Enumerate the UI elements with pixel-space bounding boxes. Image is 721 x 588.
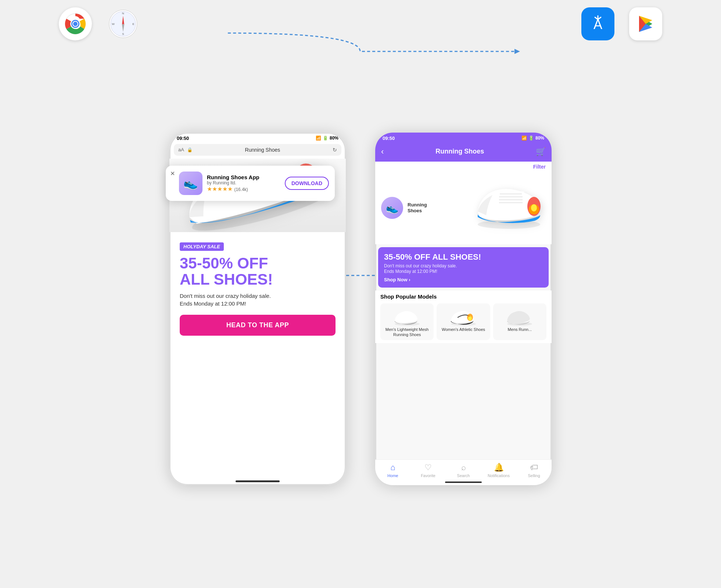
sale-banner-description: Don't miss out our crazy holiday sale.En… bbox=[384, 263, 543, 275]
hero-section: 👟 RunningShoes bbox=[375, 172, 552, 244]
right-status-bar: 09:50 📶 🔋 80% bbox=[375, 133, 552, 144]
search-icon: ⌕ bbox=[461, 463, 466, 472]
left-phone: 09:50 📶 🔋 80% aA 🔒 Running Shoes ↻ bbox=[169, 133, 346, 485]
app-name: Running Shoes App bbox=[207, 174, 280, 180]
page-title: Running Shoes bbox=[435, 148, 484, 155]
sale-title: 35-50% OFF ALL SHOES! bbox=[180, 255, 336, 288]
svg-point-3 bbox=[73, 22, 78, 26]
app-thumbnail: 👟 bbox=[179, 172, 202, 195]
filter-row: Filter bbox=[375, 162, 552, 172]
nav-notifications[interactable]: 🔔 Notifications bbox=[481, 463, 516, 478]
model-card-1[interactable]: Men's Lightweight Mesh Running Shoes bbox=[380, 303, 434, 340]
safari-icon: N S E W bbox=[107, 7, 140, 40]
rating-count: (16.4k) bbox=[234, 187, 248, 192]
right-phone: 09:50 📶 🔋 80% ‹ Running Shoes 🛒 Filter 👟… bbox=[375, 133, 552, 485]
home-indicator-right bbox=[445, 481, 482, 483]
back-button[interactable]: ‹ bbox=[381, 147, 384, 156]
sale-description: Don't miss out our crazy holiday sale.En… bbox=[180, 292, 336, 307]
favorite-icon: ♡ bbox=[424, 463, 432, 472]
selling-icon: 🏷 bbox=[530, 463, 538, 472]
app-info: Running Shoes App by Running ltd. ★★★★★ … bbox=[207, 174, 280, 192]
hero-shoe-image bbox=[431, 175, 546, 241]
store-icons: A bbox=[581, 7, 662, 40]
brand-label: RunningShoes bbox=[408, 202, 427, 213]
connector-arrows bbox=[0, 0, 721, 588]
model-card-2[interactable]: Women's Athletic Shoes bbox=[437, 303, 490, 340]
model-card-3[interactable]: Mens Runn... bbox=[493, 303, 546, 340]
home-icon: ⌂ bbox=[390, 463, 395, 472]
model-name-3: Mens Runn... bbox=[496, 327, 544, 332]
brand-avatar: 👟 bbox=[381, 197, 403, 219]
nav-home[interactable]: ⌂ Home bbox=[375, 463, 410, 478]
popular-models-grid: Men's Lightweight Mesh Running Shoes Wom… bbox=[380, 303, 546, 340]
shop-now-link[interactable]: Shop Now › bbox=[384, 277, 543, 282]
model-name-1: Men's Lightweight Mesh Running Shoes bbox=[383, 327, 431, 338]
nav-home-label: Home bbox=[387, 473, 398, 478]
url-text: Running Shoes bbox=[196, 147, 330, 153]
nav-notifications-label: Notifications bbox=[488, 473, 510, 478]
app-store-icon[interactable]: A bbox=[581, 7, 614, 40]
browser-icons: N S E W bbox=[59, 7, 140, 40]
left-status-icons: 📶 🔋 80% bbox=[316, 136, 338, 141]
app-download-banner[interactable]: ✕ 👟 Running Shoes App by Running ltd. ★★… bbox=[166, 166, 335, 201]
refresh-icon[interactable]: ↻ bbox=[333, 147, 337, 153]
filter-button[interactable]: Filter bbox=[533, 164, 546, 170]
top-icons-bar: N S E W A bbox=[0, 7, 721, 40]
right-time: 09:50 bbox=[383, 136, 395, 141]
home-indicator-left bbox=[236, 480, 280, 482]
sale-banner-title: 35-50% OFF ALL SHOES! bbox=[384, 252, 543, 262]
nav-favorite-label: Favorite bbox=[421, 473, 435, 478]
model-name-2: Women's Athletic Shoes bbox=[440, 327, 487, 332]
left-status-bar: 09:50 📶 🔋 80% bbox=[169, 133, 346, 144]
svg-marker-22 bbox=[514, 49, 520, 54]
lock-icon: 🔒 bbox=[187, 147, 193, 152]
close-banner-button[interactable]: ✕ bbox=[170, 170, 175, 177]
rating-stars: ★★★★★ bbox=[207, 186, 233, 192]
right-status-icons: 📶 🔋 80% bbox=[521, 136, 544, 141]
popular-section-title: Shop Popular Models bbox=[380, 293, 546, 300]
svg-point-35 bbox=[531, 204, 537, 212]
svg-text:E: E bbox=[132, 22, 134, 26]
svg-text:S: S bbox=[122, 32, 124, 36]
chrome-icon bbox=[59, 7, 92, 40]
nav-selling[interactable]: 🏷 Selling bbox=[516, 463, 552, 478]
cart-button[interactable]: 🛒 bbox=[536, 147, 546, 156]
left-time: 09:50 bbox=[177, 136, 189, 141]
download-button[interactable]: DOWNLOAD bbox=[285, 177, 329, 190]
svg-point-44 bbox=[468, 316, 472, 321]
font-size-control[interactable]: aA bbox=[178, 147, 184, 152]
app-header: ‹ Running Shoes 🛒 bbox=[375, 144, 552, 162]
sale-banner: 35-50% OFF ALL SHOES! Don't miss out our… bbox=[378, 247, 549, 288]
notifications-icon: 🔔 bbox=[494, 463, 504, 472]
nav-search-label: Search bbox=[457, 473, 470, 478]
bottom-navigation: ⌂ Home ♡ Favorite ⌕ Search 🔔 Notificatio… bbox=[375, 459, 552, 485]
sale-content: HOLYDAY SALE 35-50% OFF ALL SHOES! Don't… bbox=[172, 235, 343, 343]
browser-address-bar[interactable]: aA 🔒 Running Shoes ↻ bbox=[174, 144, 341, 156]
svg-text:N: N bbox=[122, 12, 124, 15]
nav-selling-label: Selling bbox=[528, 473, 540, 478]
svg-text:W: W bbox=[112, 22, 115, 26]
right-phone-frame: 09:50 📶 🔋 80% ‹ Running Shoes 🛒 Filter 👟… bbox=[375, 133, 552, 485]
svg-rect-36 bbox=[498, 191, 524, 207]
holiday-badge: HOLYDAY SALE bbox=[180, 242, 224, 251]
head-to-app-button[interactable]: HEAD TO THE APP bbox=[180, 315, 336, 336]
play-store-icon[interactable] bbox=[629, 7, 662, 40]
nav-favorite[interactable]: ♡ Favorite bbox=[410, 463, 446, 478]
nav-search[interactable]: ⌕ Search bbox=[446, 463, 481, 478]
app-by: by Running ltd. bbox=[207, 180, 280, 185]
popular-models-section: Shop Popular Models Men's Lightweight Me… bbox=[375, 291, 552, 343]
